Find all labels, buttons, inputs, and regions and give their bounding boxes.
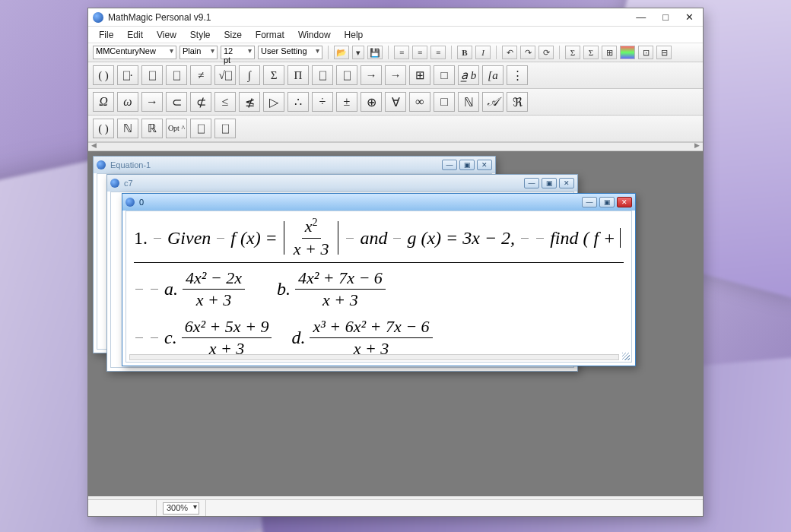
save-button[interactable]: 💾 — [367, 46, 383, 59]
size-select[interactable]: 12 pt — [221, 46, 255, 59]
sym-forall[interactable]: ∀ — [385, 92, 406, 112]
ext-real[interactable]: ℝ — [141, 119, 163, 138]
mdi-max-button[interactable]: ▣ — [459, 160, 475, 170]
mdi-close-button[interactable]: ✕ — [617, 197, 632, 207]
tmpl-dots[interactable]: ⋮ — [507, 65, 528, 85]
mdi-max-button[interactable]: ▣ — [542, 178, 557, 188]
sym-notsubset[interactable]: ⊄ — [190, 92, 211, 112]
grid-button[interactable]: ⊞ — [602, 46, 617, 59]
sym-le[interactable]: ≤ — [214, 92, 236, 112]
tmpl-product[interactable]: Π — [287, 65, 309, 85]
menu-file[interactable]: File — [93, 28, 119, 42]
style-select[interactable]: Plain — [179, 46, 218, 59]
align-left-button[interactable]: ≡ — [394, 46, 409, 59]
tmpl-underline[interactable]: a̲ b — [458, 65, 479, 85]
font-select[interactable]: MMCenturyNew — [93, 46, 176, 59]
sym-plusminus[interactable]: ± — [336, 92, 357, 112]
redo-button[interactable]: ↷ — [520, 46, 535, 59]
numerator: x³ + 6x² + 7x − 6 — [310, 316, 432, 339]
mdi-body[interactable]: 1. Given f (x) = x2 x + 3 and — [125, 211, 632, 363]
mdi-titlebar[interactable]: c7 — ▣ ✕ — [107, 175, 577, 192]
equation-editor[interactable]: 1. Given f (x) = x2 x + 3 and — [126, 211, 631, 363]
minimize-button[interactable]: — — [636, 11, 646, 23]
align-right-button[interactable]: ≡ — [430, 46, 446, 59]
ext-slot2[interactable]: ⎕ — [214, 119, 236, 138]
bold-button[interactable]: B — [457, 46, 472, 59]
menu-edit[interactable]: Edit — [121, 28, 149, 42]
sym-subset[interactable]: ⊂ — [166, 92, 187, 112]
mdi-title-text: Equation-1 — [110, 160, 151, 169]
ext-natural[interactable]: ℕ — [117, 119, 138, 138]
tmpl-matrix[interactable]: ⊞ — [409, 65, 430, 85]
menu-help[interactable]: Help — [338, 28, 370, 42]
sym-oplus[interactable]: ⊕ — [361, 92, 382, 112]
sym-real-r[interactable]: ℜ — [507, 92, 528, 112]
mdi-min-button[interactable]: — — [442, 160, 457, 170]
italic-button[interactable]: I — [475, 46, 491, 59]
horizontal-scrollbar[interactable] — [129, 354, 619, 360]
tmpl-arrow[interactable]: → — [385, 65, 406, 85]
tmpl-box[interactable]: □ — [434, 65, 455, 85]
panel2-button[interactable]: ⊟ — [656, 46, 672, 59]
tmpl-slot5[interactable]: ⎕ — [312, 65, 333, 85]
menu-size[interactable]: Size — [218, 28, 248, 42]
mdi-min-button[interactable]: — — [582, 197, 597, 207]
sym-square[interactable]: □ — [434, 92, 455, 112]
close-button[interactable]: ✕ — [685, 11, 694, 23]
sym-omega-uc[interactable]: Ω — [93, 92, 114, 112]
ext-slot1[interactable]: ⎕ — [190, 119, 211, 138]
underline-rule — [134, 262, 624, 263]
sym-arrow[interactable]: → — [141, 92, 163, 112]
menu-format[interactable]: Format — [249, 28, 291, 42]
menu-style[interactable]: Style — [184, 28, 217, 42]
tmpl-sum[interactable]: Σ — [263, 65, 284, 85]
tmpl-slot1[interactable]: ⎕· — [117, 65, 138, 85]
mdi-window-0[interactable]: 0 — ▣ ✕ 1. Given f (x) = — [122, 193, 636, 366]
tmpl-noteq[interactable]: ≠ — [190, 65, 211, 85]
palette-scroll[interactable] — [88, 142, 703, 151]
sym-divide[interactable]: ÷ — [312, 92, 333, 112]
sym-script-a[interactable]: 𝒜 — [482, 92, 504, 112]
sym-infinity[interactable]: ∞ — [409, 92, 430, 112]
resize-grip[interactable] — [622, 353, 630, 360]
ext-parens[interactable]: ( ) — [93, 119, 114, 138]
tmpl-integral[interactable]: ∫ — [239, 65, 260, 85]
mdi-workspace: Equation-1 — ▣ ✕ c7 — ▣ ✕ — [88, 151, 703, 496]
tmpl-slot6[interactable]: ⎕ — [336, 65, 357, 85]
menu-view[interactable]: View — [151, 28, 183, 42]
zoom-select[interactable]: 300% — [163, 502, 199, 515]
refresh-button[interactable]: ⟳ — [538, 46, 554, 59]
menu-window[interactable]: Window — [292, 28, 337, 42]
sym-omega-lc[interactable]: ω — [117, 92, 138, 112]
sym-triangle[interactable]: ▷ — [263, 92, 284, 112]
tmpl-slot2[interactable]: ⎕ — [141, 65, 163, 85]
mdi-close-button[interactable]: ✕ — [559, 178, 574, 188]
tmpl-radical[interactable]: √⎕ — [214, 65, 236, 85]
titlebar[interactable]: MathMagic Personal v9.1 — □ ✕ — [88, 8, 703, 27]
sigma-panel-button[interactable]: Σ — [565, 46, 580, 59]
mdi-titlebar[interactable]: Equation-1 — ▣ ✕ — [94, 157, 495, 173]
tmpl-bracket[interactable]: [a — [482, 65, 504, 85]
separator — [451, 46, 452, 59]
align-center-button[interactable]: ≡ — [412, 46, 427, 59]
ext-opt[interactable]: Opt ^ — [166, 119, 187, 138]
sym-therefore[interactable]: ∴ — [287, 92, 309, 112]
undo-button[interactable]: ↶ — [502, 46, 517, 59]
sym-natural[interactable]: ℕ — [458, 92, 479, 112]
mdi-close-button[interactable]: ✕ — [477, 160, 492, 170]
preset-select[interactable]: User Setting — [258, 46, 322, 59]
open-dropdown[interactable]: ▾ — [352, 46, 364, 59]
sigma-panel2-button[interactable]: Σ — [583, 46, 599, 59]
open-button[interactable]: 📂 — [334, 46, 349, 59]
color-button[interactable] — [620, 46, 635, 59]
tmpl-vector[interactable]: → — [361, 65, 382, 85]
tmpl-parens[interactable]: ( ) — [93, 65, 114, 85]
mdi-max-button[interactable]: ▣ — [599, 197, 615, 207]
opt-c-label: c. — [164, 326, 177, 350]
tmpl-slot3[interactable]: ⎕ — [166, 65, 187, 85]
panel-button[interactable]: ⊡ — [638, 46, 653, 59]
maximize-button[interactable]: □ — [662, 11, 669, 23]
mdi-min-button[interactable]: — — [524, 178, 539, 188]
mdi-titlebar[interactable]: 0 — ▣ ✕ — [122, 194, 635, 211]
sym-notle[interactable]: ≰ — [239, 92, 260, 112]
